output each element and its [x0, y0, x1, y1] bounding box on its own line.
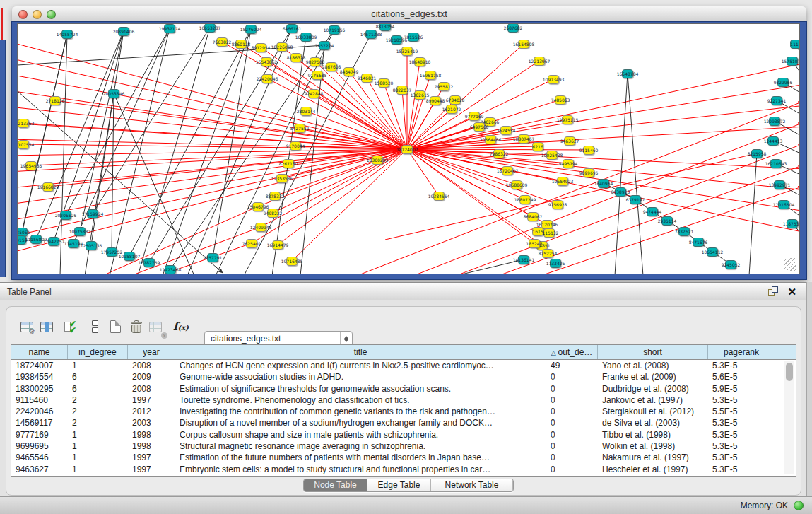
- table-panel-header[interactable]: Table Panel ✕: [0, 282, 806, 300]
- graph-node[interactable]: 16782759: [143, 258, 155, 267]
- table-cell[interactable]: 5.9E-5: [708, 383, 775, 395]
- graph-node[interactable]: 12975115: [562, 115, 573, 124]
- table-cell[interactable]: Disruption of a novel member of a sodium…: [175, 417, 546, 428]
- table-cell[interactable]: 5.3E-5: [708, 440, 775, 452]
- graph-edge[interactable]: [407, 63, 800, 149]
- graph-edge[interactable]: [18, 42, 407, 149]
- graph-node[interactable]: 1362615: [414, 90, 425, 100]
- table-cell[interactable]: Franke et al. (2009): [598, 371, 708, 382]
- graph-node[interactable]: 9495794: [563, 159, 574, 168]
- column-header[interactable]: in_degree: [68, 345, 128, 359]
- table-cell[interactable]: 0: [546, 429, 598, 440]
- graph-edge[interactable]: [357, 102, 800, 274]
- graph-node[interactable]: 12093872: [769, 117, 780, 126]
- graph-node[interactable]: 8252254: [542, 249, 553, 258]
- graph-node[interactable]: 8912954: [255, 43, 266, 52]
- graph-node[interactable]: 8427552: [294, 124, 305, 133]
- graph-edge[interactable]: [114, 93, 194, 274]
- graph-node[interactable]: 19654923: [557, 177, 568, 186]
- table-row[interactable]: 946554611997Estimation of the future num…: [11, 452, 796, 463]
- graph-node[interactable]: 17159924: [87, 209, 98, 218]
- graph-node[interactable]: 18640910: [414, 57, 425, 66]
- graph-node[interactable]: 19654985: [25, 161, 37, 170]
- graph-node[interactable]: 15751074: [787, 57, 798, 66]
- graph-node[interactable]: 3624554: [500, 126, 512, 135]
- graph-node[interactable]: 8860128: [235, 40, 247, 49]
- graph-node[interactable]: 16961758: [425, 71, 436, 80]
- graph-node[interactable]: 11156809: [30, 235, 42, 244]
- table-cell[interactable]: 0: [546, 383, 598, 395]
- table-cell[interactable]: 5.3E-5: [708, 464, 775, 475]
- table-cell[interactable]: 1: [68, 440, 128, 452]
- graph-node[interactable]: 19218596: [391, 35, 402, 45]
- graph-edge[interactable]: [407, 105, 800, 149]
- graph-node[interactable]: 1621072: [446, 105, 457, 114]
- graph-node[interactable]: 6466161: [286, 24, 298, 33]
- table-cell[interactable]: 5.5E-5: [708, 406, 775, 417]
- graph-node[interactable]: 8938923: [615, 187, 626, 197]
- graph-node[interactable]: 16648784: [622, 69, 633, 78]
- graph-node[interactable]: 20891406: [118, 27, 129, 36]
- graph-node[interactable]: 18300295: [372, 156, 383, 165]
- table-cell[interactable]: 22420046: [11, 406, 68, 417]
- table-cell[interactable]: 0: [546, 452, 598, 463]
- validate-columns-icon[interactable]: ✔✔: [62, 317, 81, 336]
- table-cell[interactable]: 2: [68, 395, 128, 406]
- table-row[interactable]: 1830029562008Estimation of significance …: [11, 383, 796, 395]
- table-row[interactable]: 911546021997Tourette syndrome. Phenomeno…: [11, 395, 796, 406]
- table-cell[interactable]: 2003: [128, 417, 175, 428]
- table-cell[interactable]: 1998: [128, 429, 175, 440]
- table-cell[interactable]: 1: [68, 360, 128, 371]
- table-cell[interactable]: 14569117: [11, 417, 68, 428]
- table-cell[interactable]: 1: [68, 464, 128, 475]
- graph-node[interactable]: 8990448: [430, 96, 441, 105]
- graph-edge[interactable]: [213, 29, 251, 257]
- graph-node[interactable]: 7986322: [493, 149, 505, 158]
- graph-node[interactable]: 9827508: [310, 57, 321, 66]
- table-cell[interactable]: 1997: [128, 395, 175, 406]
- table-cell[interactable]: 6: [68, 371, 128, 382]
- table-cell[interactable]: 9699695: [11, 440, 68, 452]
- graph-node[interactable]: 1615: [532, 227, 543, 236]
- graph-node[interactable]: 10653287: [204, 23, 216, 33]
- graph-node[interactable]: 16914479: [272, 240, 283, 250]
- column-stack-icon[interactable]: [86, 317, 104, 336]
- graph-node[interactable]: 2867608: [326, 62, 337, 71]
- graph-edge[interactable]: [93, 28, 210, 214]
- graph-node[interactable]: 9175685: [312, 71, 323, 80]
- table-cell[interactable]: 0: [546, 440, 598, 452]
- table-cell[interactable]: 2008: [128, 360, 175, 371]
- graph-node[interactable]: 8267130: [283, 159, 294, 168]
- graph-node[interactable]: 1733426: [550, 259, 561, 268]
- network-canvas[interactable]: 1872400718300295193845548813054192185961…: [17, 23, 800, 274]
- graph-node[interactable]: 10719155: [329, 25, 340, 35]
- graph-node[interactable]: 10958107: [124, 252, 135, 261]
- table-cell[interactable]: Yano et al. (2008): [598, 360, 708, 371]
- table-cell[interactable]: Corpus callosum shape and size in male p…: [175, 429, 546, 440]
- table-cell[interactable]: Tibbo et al. (1998): [598, 429, 708, 440]
- graph-node[interactable]: 7815526: [408, 33, 419, 42]
- table-cell[interactable]: Hescheler et al. (1997): [598, 464, 708, 475]
- table-row[interactable]: 1456911722003Disruption of a novel membe…: [11, 417, 796, 428]
- float-panel-icon[interactable]: [768, 286, 779, 297]
- graph-node[interactable]: 1640954: [598, 179, 609, 188]
- graph-node[interactable]: 17942757: [48, 237, 59, 246]
- table-cell[interactable]: 19384554: [11, 371, 68, 382]
- column-header[interactable]: pagerank: [708, 345, 775, 359]
- graph-node[interactable]: 18107554: [18, 140, 29, 149]
- graph-node[interactable]: 14671388: [365, 30, 377, 39]
- graph-edge[interactable]: [20, 34, 67, 240]
- graph-node[interactable]: 8454749: [343, 67, 355, 76]
- table-cell[interactable]: 5.3E-5: [708, 360, 775, 371]
- table-cell[interactable]: 5.3E-5: [708, 417, 775, 428]
- graph-node[interactable]: 16210643: [770, 159, 782, 168]
- graph-node[interactable]: 9699695: [583, 168, 594, 177]
- graph-node[interactable]: 9498222: [267, 209, 278, 218]
- table-cell[interactable]: Estimation of significance thresholds fo…: [175, 383, 546, 395]
- graph-node[interactable]: 7857224: [319, 41, 330, 50]
- graph-edge[interactable]: [628, 74, 643, 274]
- graph-node[interactable]: 7663822: [216, 37, 228, 47]
- table-cell[interactable]: Jankovic et al. (1997): [598, 395, 708, 406]
- table-cell[interactable]: Wolkin et al. (1998): [598, 440, 708, 452]
- graph-node[interactable]: 18325419: [401, 47, 413, 56]
